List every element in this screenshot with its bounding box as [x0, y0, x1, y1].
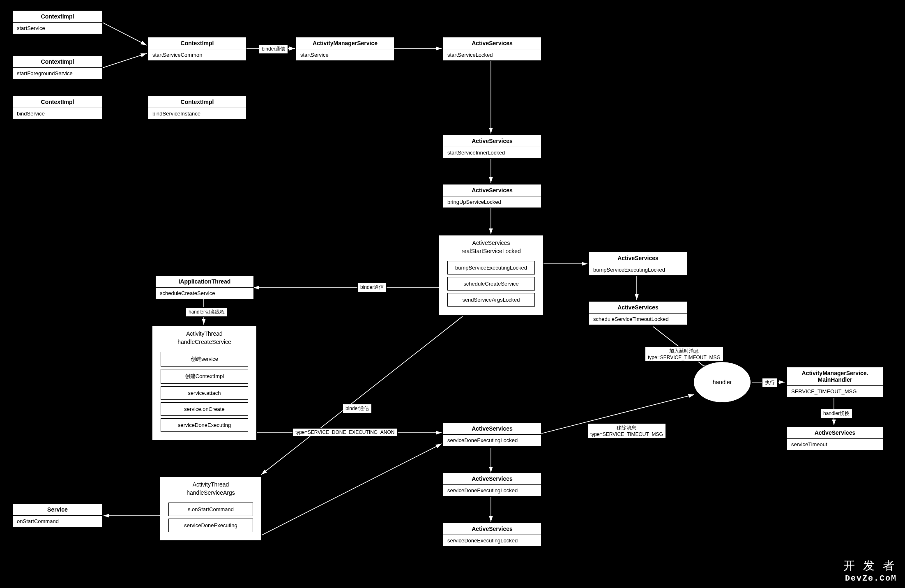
node-method: startForegroundService: [13, 68, 102, 79]
node-title: ActivityManagerService. MainHandler: [787, 367, 883, 386]
node-title: ActiveServices: [589, 252, 687, 264]
node-activeservices-scheduleservicetimeoutlocked: ActiveServices scheduleServiceTimeoutLoc…: [589, 301, 687, 325]
node-method: startServiceInnerLocked: [443, 147, 541, 158]
node-title: ContextImpl: [148, 37, 246, 49]
node-method: bumpServiceExecutingLocked: [589, 264, 687, 275]
node-method: serviceTimeout: [787, 439, 883, 450]
node-contextimpl-bindserviceinstance: ContextImpl bindServiceInstance: [148, 96, 246, 120]
node-title: IApplicationThread: [156, 276, 253, 288]
node-activeservices-servicedoneexecutinglocked-3: ActiveServices serviceDoneExecutingLocke…: [443, 523, 541, 546]
node-method: onStartCommand: [13, 516, 102, 527]
node-iapplicationthread-schedulecreateservice: IApplicationThread scheduleCreateService: [155, 275, 254, 299]
watermark: 开 发 者 DevZe.CoM: [843, 558, 897, 583]
node-title: ContextImpl: [13, 96, 102, 108]
node-method: startService: [296, 49, 394, 60]
node-handler-ellipse: handler: [693, 362, 751, 403]
edge-label-type-anon: type=SERVICE_DONE_EXECUTING_ANON: [292, 428, 398, 436]
composite-title: ActiveServices: [439, 235, 543, 248]
node-method: serviceDoneExecutingLocked: [443, 435, 541, 446]
node-method: serviceDoneExecutingLocked: [443, 485, 541, 496]
node-title: ActiveServices: [443, 523, 541, 535]
node-activeservices-servicedoneexecutinglocked-1: ActiveServices serviceDoneExecutingLocke…: [443, 422, 541, 446]
node-title: ActiveServices: [443, 423, 541, 435]
composite-sub: realStartServiceLocked: [439, 248, 543, 258]
node-method: scheduleServiceTimeoutLocked: [589, 314, 687, 325]
composite-handlecreateservice: ActivityThread handleCreateService 创建ser…: [152, 326, 257, 440]
node-title: ContextImpl: [148, 96, 246, 108]
node-activeservices-startserviceinnerlocked: ActiveServices startServiceInnerLocked: [443, 135, 541, 159]
ellipse-label: handler: [713, 379, 732, 385]
node-method: SERVICE_TIMEOUT_MSG: [787, 386, 883, 397]
node-method: bindServiceInstance: [148, 108, 246, 119]
composite-title: ActivityThread: [160, 477, 261, 489]
edge-label-remove-msg: 移除消息 type=SERVICE_TIMEOUT_MSG: [587, 423, 666, 438]
edge-label-binder-1: binder通信: [259, 44, 288, 54]
node-title: ContextImpl: [13, 56, 102, 68]
node-title: ActiveServices: [443, 473, 541, 485]
composite-handleserviceargs: ActivityThread handleServiceArgs s.onSta…: [160, 477, 262, 541]
node-ams-mainhandler: ActivityManagerService. MainHandler SERV…: [787, 367, 883, 397]
composite-title: ActivityThread: [152, 326, 256, 339]
edge-label-binder-2: binder通信: [357, 283, 387, 292]
node-title: ActiveServices: [443, 135, 541, 147]
composite-sub: handleServiceArgs: [160, 489, 261, 500]
edge-label-binder-3: binder通信: [343, 404, 372, 413]
edge-label-handler-switch-thread: handler切换线程: [186, 307, 228, 317]
node-activeservices-servicetimeout: ActiveServices serviceTimeout: [787, 427, 883, 450]
node-title: ContextImpl: [13, 11, 102, 23]
node-title: ActiveServices: [787, 427, 883, 439]
node-contextimpl-bindservice: ContextImpl bindService: [12, 96, 103, 120]
composite-realstartservicelocked: ActiveServices realStartServiceLocked bu…: [439, 235, 543, 315]
node-method: startService: [13, 23, 102, 34]
node-title: ActivityManagerService: [296, 37, 394, 49]
node-method: serviceDoneExecutingLocked: [443, 535, 541, 546]
edge-label-execute: 执行: [762, 378, 778, 387]
inner-onstartcommand: s.onStartCommand: [168, 503, 253, 516]
inner-service-oncreate: service.onCreate: [161, 402, 248, 416]
node-activeservices-servicedoneexecutinglocked-2: ActiveServices serviceDoneExecutingLocke…: [443, 473, 541, 496]
inner-bumpserviceexecutinglocked: bumpServiceExecutingLocked: [447, 261, 535, 274]
node-activeservices-bumpserviceexecutinglocked: ActiveServices bumpServiceExecutingLocke…: [589, 252, 687, 276]
node-activeservices-startservicelocked: ActiveServices startServiceLocked: [443, 37, 541, 61]
node-contextimpl-startservice: ContextImpl startService: [12, 10, 103, 34]
node-contextimpl-startforegroundservice: ContextImpl startForegroundService: [12, 55, 103, 79]
node-ams-startservice: ActivityManagerService startService: [296, 37, 394, 61]
inner-create-contextimpl: 创建ContextImpl: [161, 369, 248, 384]
watermark-cn: 开 发 者: [843, 558, 897, 574]
node-method: scheduleCreateService: [156, 288, 253, 299]
inner-servicedoneexecuting-2: serviceDoneExecuting: [168, 519, 253, 532]
node-service-onstartcommand: Service onStartCommand: [12, 503, 103, 527]
watermark-en: DevZe.CoM: [843, 574, 897, 583]
composite-sub: handleCreateService: [152, 339, 256, 349]
node-title: Service: [13, 504, 102, 516]
edge-label-handler-switch: handler切换: [820, 409, 852, 418]
node-method: bringUpServiceLocked: [443, 196, 541, 208]
node-title: ActiveServices: [443, 37, 541, 49]
node-title: ActiveServices: [589, 302, 687, 314]
inner-service-attach: service.attach: [161, 386, 248, 400]
node-activeservices-bringupservicelocked: ActiveServices bringUpServiceLocked: [443, 184, 541, 208]
edge-label-add-delayed: 加入延时消息 type=SERVICE_TIMEOUT_MSG: [645, 346, 723, 362]
node-method: bindService: [13, 108, 102, 119]
inner-create-service: 创建service: [161, 352, 248, 367]
inner-sendserviceargslocked: sendServiceArgsLocked: [447, 293, 535, 307]
node-method: startServiceCommon: [148, 49, 246, 60]
node-contextimpl-startservicecommon: ContextImpl startServiceCommon: [148, 37, 246, 61]
node-title: ActiveServices: [443, 184, 541, 196]
node-method: startServiceLocked: [443, 49, 541, 60]
inner-servicedoneexecuting: serviceDoneExecuting: [161, 418, 248, 432]
inner-schedulecreateservice: scheduleCreateService: [447, 277, 535, 291]
